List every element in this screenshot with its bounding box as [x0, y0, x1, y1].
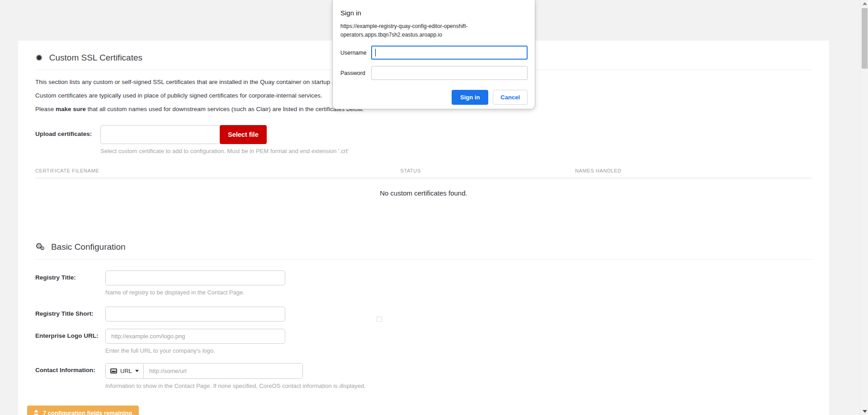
signin-url-line1: https://example-registry-quay-config-edi… [340, 22, 528, 31]
contact-information-row: Contact Information: URL Information to … [35, 363, 812, 389]
contact-information-help: Information to show in the Contact Page.… [105, 382, 366, 389]
contact-url-input[interactable] [144, 363, 303, 379]
vertical-scrollbar[interactable] [860, 0, 868, 415]
upload-certificates-label: Upload certificates: [35, 125, 100, 137]
password-input[interactable] [371, 66, 528, 80]
contact-information-label: Contact Information: [35, 363, 105, 373]
ssl-section-title: Custom SSL Certificates [49, 52, 142, 63]
ssl-line3-bold: make sure [56, 106, 86, 112]
registry-title-short-label: Registry Title Short: [35, 307, 105, 317]
certificate-icon: ✹ [35, 53, 43, 62]
upload-help-text: Select custom certificate to add to conf… [100, 148, 812, 154]
certificates-table: CERTIFICATE FILENAME STATUS NAMES HANDLE… [35, 168, 812, 178]
username-label: Username [340, 50, 371, 56]
url-icon [110, 368, 117, 373]
contact-kind-selected: URL [120, 368, 132, 374]
registry-title-label: Registry Title: [35, 270, 105, 281]
signin-dialog-title: Sign in [340, 9, 528, 17]
scroll-down-arrow-icon[interactable] [863, 410, 867, 413]
basic-section-header: ⚙⚙ Basic Configuration [35, 229, 812, 260]
registry-title-row: Registry Title: Name of registry to be d… [35, 270, 812, 296]
enterprise-logo-input[interactable] [105, 329, 285, 344]
username-row: Username [340, 46, 528, 60]
basic-section-title: Basic Configuration [51, 242, 126, 252]
dialog-buttons: Sign in Cancel [340, 90, 528, 105]
contact-input-group: URL [105, 363, 366, 379]
signin-button[interactable]: Sign in [452, 90, 488, 105]
scroll-up-arrow-icon[interactable] [863, 2, 867, 5]
upload-input-group: Select file [100, 125, 267, 144]
signin-dialog-url: https://example-registry-quay-config-edi… [340, 22, 528, 39]
registry-title-short-row: Registry Title Short: [35, 307, 812, 322]
username-input[interactable] [371, 46, 528, 60]
sort-arrows-icon [34, 410, 38, 415]
ssl-line3-prefix: Please [35, 106, 56, 112]
signin-url-line2: operators.apps.tbqn7sh2.eastus.aroapp.io [340, 31, 528, 39]
contact-kind-dropdown[interactable]: URL [105, 363, 144, 379]
chevron-down-icon [135, 370, 139, 372]
text-caret [375, 49, 376, 56]
upload-certificates-input[interactable] [100, 125, 220, 144]
no-certificates-message: No custom certificates found. [35, 189, 812, 197]
scrollbar-thumb[interactable] [862, 8, 868, 69]
signin-dialog: Sign in https://example-registry-quay-co… [332, 0, 535, 109]
registry-title-input[interactable] [105, 270, 285, 285]
fields-remaining-label: 7 configuration fields remaining [43, 410, 132, 415]
cogs-icon: ⚙⚙ [35, 241, 45, 253]
enterprise-logo-row: Enterprise Logo URL: Enter the full URL … [35, 329, 812, 354]
enterprise-logo-help: Enter the full URL to your company's log… [105, 347, 285, 354]
ssl-line3-suffix: that all custom names used for downstrea… [86, 106, 364, 112]
col-status: STATUS [400, 168, 575, 178]
fields-remaining-badge[interactable]: 7 configuration fields remaining [27, 406, 139, 415]
upload-certificates-row: Upload certificates: Select file [35, 125, 812, 144]
enterprise-logo-label: Enterprise Logo URL: [35, 329, 105, 339]
select-file-button[interactable]: Select file [220, 125, 267, 144]
col-certificate-filename: CERTIFICATE FILENAME [35, 168, 400, 178]
registry-title-short-input[interactable] [105, 307, 285, 322]
col-names-handled: NAMES HANDLED [575, 168, 812, 178]
password-row: Password [340, 66, 528, 80]
password-label: Password [340, 70, 371, 76]
registry-title-help: Name of registry to be displayed in the … [105, 289, 285, 296]
cancel-button[interactable]: Cancel [493, 90, 528, 105]
empty-checkbox [377, 317, 382, 322]
